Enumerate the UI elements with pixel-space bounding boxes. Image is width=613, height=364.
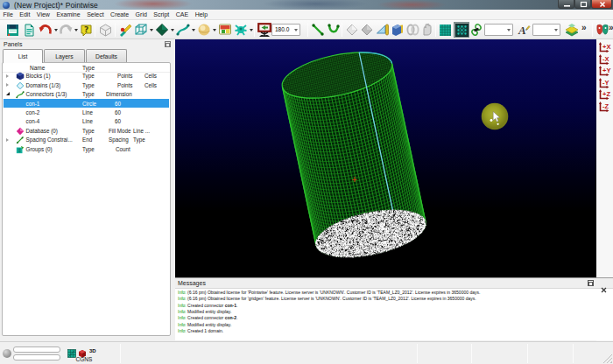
view-+Y-button[interactable]: +Y bbox=[598, 64, 612, 75]
menu-cae[interactable]: CAE bbox=[173, 10, 191, 18]
table-row[interactable]: con-4Line60 bbox=[4, 117, 169, 126]
toolbar-overflow2-button[interactable]: » bbox=[609, 23, 613, 32]
menu-select[interactable]: Select bbox=[84, 10, 107, 18]
resize-grip[interactable] bbox=[602, 354, 612, 363]
tab-list[interactable]: List bbox=[3, 49, 43, 63]
domain-gray-icon bbox=[345, 23, 359, 37]
mask-cube-icon bbox=[99, 24, 112, 37]
expander-collapsed-icon[interactable] bbox=[6, 138, 9, 142]
messages-titlebar[interactable]: Messages bbox=[175, 278, 613, 289]
view-+Z-button[interactable]: +Z bbox=[598, 88, 612, 99]
view-+X-button[interactable]: +X bbox=[598, 40, 612, 52]
combo-arrow-icon[interactable] bbox=[554, 29, 558, 32]
toolbar-overflow-button[interactable]: » bbox=[581, 23, 586, 32]
database-icon bbox=[16, 127, 25, 136]
combo-arrow-icon[interactable] bbox=[294, 29, 298, 32]
column-type[interactable]: Type bbox=[82, 65, 95, 71]
pointwise-app-icon[interactable] bbox=[3, 2, 10, 9]
menu-create[interactable]: Create bbox=[108, 10, 132, 18]
table-row[interactable]: Blocks (1)TypePointsCells bbox=[4, 72, 169, 80]
tab-layers[interactable]: Layers bbox=[44, 49, 85, 62]
column-name[interactable]: Name bbox=[30, 65, 45, 71]
table-row[interactable]: Database (0)TypeFill ModeLine ... bbox=[4, 126, 169, 135]
menu-file[interactable]: File bbox=[0, 10, 16, 18]
unstructured-domain-button[interactable] bbox=[344, 22, 360, 38]
title-bar[interactable]: (New Project)* Pointwise bbox=[0, 0, 613, 10]
row-cell: Points bbox=[117, 73, 133, 79]
create-block-button[interactable] bbox=[133, 22, 154, 38]
annotation-button[interactable]: A bbox=[516, 22, 532, 38]
dropdown-arrow-icon[interactable] bbox=[250, 29, 253, 32]
two-point-line-button[interactable] bbox=[310, 22, 326, 38]
expander-collapsed-icon[interactable] bbox=[6, 83, 9, 87]
dropdown-arrow-icon[interactable] bbox=[74, 29, 78, 32]
probe-button[interactable] bbox=[233, 22, 254, 38]
message-level: Info: bbox=[178, 296, 187, 301]
expander-collapsed-icon[interactable] bbox=[6, 74, 9, 78]
link-button[interactable] bbox=[469, 22, 485, 38]
display-viewport[interactable] bbox=[175, 39, 596, 277]
messages-list[interactable]: Info: (6:16 pm) Obtained license for 'Po… bbox=[175, 290, 613, 341]
menu-script[interactable]: Script bbox=[151, 10, 173, 18]
menu-help[interactable]: Help bbox=[192, 10, 210, 18]
create-database-button[interactable] bbox=[196, 22, 217, 38]
draw-button[interactable] bbox=[117, 22, 133, 38]
cae-solver-label[interactable]: CGNS bbox=[70, 356, 98, 362]
assemble-special-button[interactable] bbox=[375, 22, 391, 38]
rotation-angle-combo[interactable]: 180.0 bbox=[271, 24, 300, 36]
dropdown-arrow-icon[interactable] bbox=[192, 29, 195, 32]
dropdown-arrow-icon[interactable] bbox=[150, 29, 153, 32]
table-row[interactable]: con-1Circle60 bbox=[4, 99, 169, 108]
create-connector-button[interactable] bbox=[175, 22, 196, 38]
solve-grid-button[interactable] bbox=[438, 22, 454, 38]
curve-segment-button[interactable] bbox=[326, 22, 342, 38]
dimension-indicator[interactable]: 3D bbox=[89, 348, 96, 354]
table-row[interactable]: Domains (1/3)TypePointsCells bbox=[4, 80, 169, 89]
layers-button[interactable] bbox=[563, 22, 581, 38]
menu-edit[interactable]: Edit bbox=[17, 10, 33, 18]
orient-button[interactable] bbox=[419, 22, 435, 38]
structured-domain-button[interactable] bbox=[359, 22, 375, 38]
menu-examine[interactable]: Examine bbox=[53, 10, 83, 18]
save-icon bbox=[6, 24, 19, 37]
minimize-button[interactable] bbox=[558, 0, 574, 9]
table-row[interactable]: Connectors (1/3)TypeDimension bbox=[4, 90, 169, 99]
mask-toggle-button[interactable] bbox=[98, 22, 114, 38]
dimension-combo[interactable] bbox=[532, 24, 560, 36]
messages-float-icon[interactable] bbox=[588, 280, 594, 286]
grid-points-button[interactable] bbox=[454, 22, 469, 38]
revolve-button[interactable] bbox=[405, 22, 420, 38]
maximize-button[interactable] bbox=[574, 0, 591, 9]
spacing-combo[interactable] bbox=[484, 24, 513, 36]
table-row[interactable]: Spacing Constrai...EndSpacingType bbox=[4, 136, 169, 144]
rotate-view-button[interactable] bbox=[257, 22, 271, 38]
row-cell: Type bbox=[133, 136, 145, 143]
menu-view[interactable]: View bbox=[33, 10, 53, 18]
dropdown-arrow-icon[interactable] bbox=[213, 29, 216, 32]
save-button[interactable] bbox=[5, 22, 21, 38]
expander-expanded-icon[interactable] bbox=[6, 92, 10, 95]
close-icon bbox=[592, 0, 613, 9]
table-row[interactable]: con-2Line60 bbox=[4, 108, 169, 116]
dropdown-arrow-icon[interactable] bbox=[171, 29, 174, 32]
close-button[interactable] bbox=[591, 0, 612, 9]
messages-close-icon[interactable] bbox=[601, 281, 607, 287]
import-button[interactable] bbox=[22, 22, 38, 38]
toolbar: ?180.0A»» bbox=[0, 20, 613, 39]
table-row[interactable]: Groups (0)TypeCount bbox=[4, 144, 169, 153]
view--Z-button[interactable]: -Z bbox=[598, 100, 612, 111]
assemble-blocks-button[interactable] bbox=[390, 22, 405, 38]
toolbar-separator bbox=[115, 23, 116, 37]
message-text-end: . bbox=[236, 315, 237, 320]
combo-arrow-icon[interactable] bbox=[507, 29, 511, 32]
view--Y-button[interactable]: -Y bbox=[598, 76, 612, 88]
panels-float-icon[interactable] bbox=[165, 41, 171, 47]
undo-button[interactable] bbox=[38, 22, 59, 38]
help-button[interactable]: ? bbox=[79, 22, 95, 38]
tab-defaults[interactable]: Defaults bbox=[86, 49, 127, 62]
create-domain-button[interactable] bbox=[154, 22, 175, 38]
menu-grid[interactable]: Grid bbox=[132, 10, 150, 18]
display-attributes-button[interactable] bbox=[217, 22, 233, 38]
view--X-button[interactable]: -X bbox=[598, 52, 612, 64]
redo-button[interactable] bbox=[58, 22, 79, 38]
